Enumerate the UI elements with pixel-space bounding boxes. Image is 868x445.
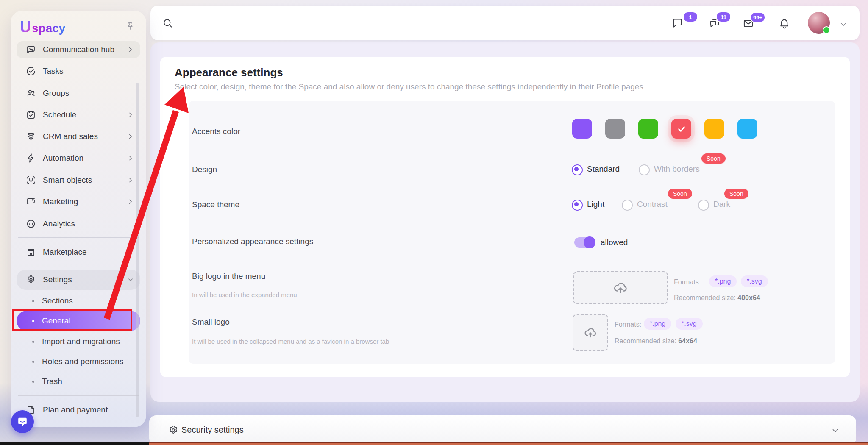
design-standard-radio[interactable] [572, 164, 583, 175]
groups-icon [26, 88, 36, 98]
intercom-chat-button[interactable] [11, 410, 34, 433]
bottom-strip-dark [0, 442, 149, 445]
accent-swatch-red-selected[interactable] [671, 119, 691, 139]
sidebar-item-marketplace[interactable]: Marketplace [17, 244, 140, 261]
sidebar-item-label: Plan and payment [43, 405, 134, 414]
sidebar-item-label: Settings [43, 275, 127, 284]
pin-icon[interactable] [125, 21, 135, 31]
theme-dark-radio[interactable] [698, 200, 709, 211]
design-with-borders-radio[interactable] [639, 164, 650, 175]
sidebar-item-settings[interactable]: Settings [17, 270, 140, 290]
personalized-toggle[interactable] [574, 237, 595, 248]
chevron-down-icon [127, 276, 134, 284]
sidebar-item-plan-and-payment[interactable]: Plan and payment [17, 401, 140, 418]
small-logo-formats-label: Formats: [615, 321, 641, 328]
theme-light-radio[interactable] [572, 200, 583, 211]
sidebar: U spacy Communication hub Tasks Groups [11, 11, 146, 427]
bullet-dot [32, 361, 34, 363]
design-label: Design [192, 165, 217, 174]
sidebar-item-smart-objects[interactable]: Smart objects [17, 172, 140, 189]
chevron-right-icon [127, 154, 134, 162]
sidebar-subitem-label: Import and migrations [42, 337, 120, 346]
page-title: Appearance settings [175, 66, 283, 79]
design-standard-text[interactable]: Standard [587, 164, 620, 174]
sidebar-scrollbar[interactable] [136, 83, 139, 417]
security-settings-title: Security settings [181, 425, 244, 435]
sidebar-item-label: Analytics [43, 219, 134, 228]
smart-objects-icon [26, 175, 36, 185]
sidebar-item-schedule[interactable]: Schedule [17, 106, 140, 123]
accent-swatch-green[interactable] [638, 119, 658, 139]
accent-swatch-gray[interactable] [605, 119, 625, 139]
online-status-dot [823, 26, 830, 34]
chevron-right-icon [127, 176, 134, 184]
chat-button[interactable] [672, 17, 683, 29]
accent-swatch-amber[interactable] [704, 119, 724, 139]
topbar: 1 11 99+ [150, 6, 860, 40]
sidebar-item-label: Schedule [43, 110, 127, 120]
big-logo-hint: In will be used in the expanded menu [192, 291, 297, 298]
chat-bubble-icon [672, 17, 683, 29]
communication-hub-icon [26, 44, 36, 55]
sidebar-item-automation[interactable]: Automation [17, 150, 140, 167]
soon-badge: Soon [668, 189, 692, 199]
chevron-down-icon [839, 19, 848, 29]
cloud-upload-icon [584, 326, 597, 339]
bullet-dot [32, 341, 34, 343]
chevron-down-icon[interactable] [831, 426, 840, 435]
theme-dark-text[interactable]: Dark [713, 200, 730, 209]
lightning-icon [26, 153, 36, 163]
security-settings-section[interactable]: Security settings [149, 415, 856, 445]
cloud-upload-icon [613, 280, 628, 295]
theme-contrast-text[interactable]: Contrast [637, 200, 668, 209]
chevron-right-icon [127, 111, 134, 119]
space-theme-label: Space theme [192, 200, 239, 209]
sidebar-item-tasks[interactable]: Tasks [17, 63, 140, 80]
sidebar-divider [18, 237, 139, 238]
bullet-dot [32, 381, 34, 383]
theme-contrast-radio[interactable] [622, 200, 633, 211]
uspacy-logo: U spacy [20, 18, 65, 36]
sidebar-subitem-label: Sections [42, 296, 73, 306]
appearance-settings-card: Appearance settings Select color, design… [160, 57, 850, 377]
sidebar-item-label: Groups [43, 89, 134, 98]
theme-light-text[interactable]: Light [587, 200, 604, 209]
search-input[interactable] [162, 18, 173, 29]
soon-badge: Soon [724, 189, 748, 199]
sidebar-item-marketing[interactable]: Marketing [17, 193, 140, 210]
sidebar-item-groups[interactable]: Groups [17, 85, 140, 102]
sidebar-subitem-trash[interactable]: Trash [17, 373, 140, 390]
crm-icon [26, 131, 36, 142]
gear-icon [168, 425, 179, 436]
page: 1 11 99+ Appear [0, 0, 868, 445]
sidebar-item-label: Marketplace [43, 248, 134, 257]
avatar[interactable] [808, 12, 830, 34]
accents-color-label: Accents color [192, 127, 240, 136]
design-with-borders-text[interactable]: With borders [654, 164, 700, 174]
bell-icon [779, 17, 790, 29]
sidebar-item-label: Communication hub [43, 45, 127, 54]
marketplace-icon [26, 247, 36, 257]
messenger-badge: 11 [716, 11, 731, 22]
sidebar-item-crm-and-sales[interactable]: CRM and sales [17, 128, 140, 145]
sidebar-item-analytics[interactable]: Analytics [17, 215, 140, 232]
accent-swatch-cyan[interactable] [737, 119, 757, 139]
accent-swatch-purple[interactable] [572, 119, 592, 139]
bullet-dot [32, 300, 34, 302]
sidebar-item-label: Marketing [43, 197, 127, 206]
gear-icon [26, 275, 36, 285]
sidebar-subitem-import-and-migrations[interactable]: Import and migrations [17, 333, 140, 350]
format-pill-svg: *.svg [676, 318, 703, 330]
small-logo-label: Small logo [192, 317, 230, 327]
chevron-right-icon [127, 133, 134, 140]
sidebar-subitem-roles-and-permissions[interactable]: Roles and permissions [17, 353, 140, 370]
sidebar-subitem-sections[interactable]: Sections [17, 292, 140, 309]
profile-menu-button[interactable] [839, 19, 848, 29]
big-logo-upload-dropzone[interactable] [573, 271, 668, 304]
small-logo-recommended-size: Recommended size: 64x64 [615, 337, 697, 345]
sidebar-item-label: Automation [43, 153, 127, 163]
sidebar-item-communication-hub[interactable]: Communication hub [17, 41, 140, 58]
small-logo-upload-dropzone[interactable] [573, 314, 608, 351]
notifications-button[interactable] [779, 17, 790, 29]
toggle-knob [584, 236, 595, 248]
